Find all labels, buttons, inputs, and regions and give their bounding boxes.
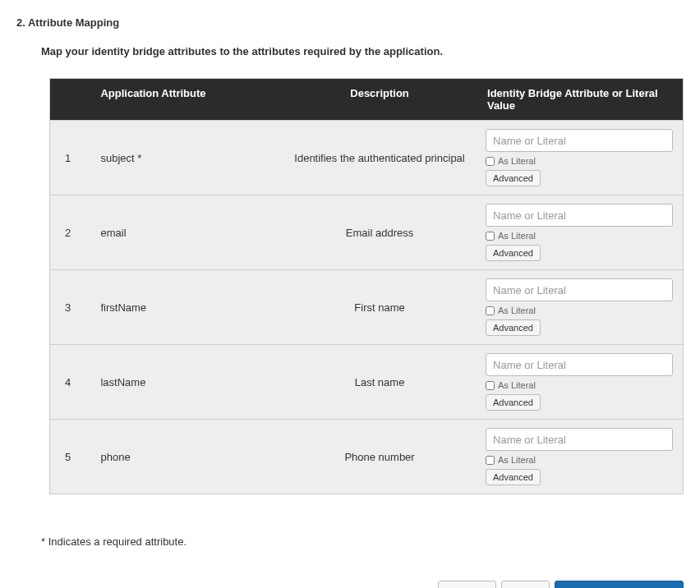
- row-description: First name: [279, 270, 481, 345]
- section-description: Map your identity bridge attributes to t…: [41, 45, 684, 57]
- advanced-button[interactable]: Advanced: [486, 245, 541, 261]
- footer-row: NEXT: PingOne App Customization - Echo36…: [16, 581, 684, 588]
- identity-bridge-input[interactable]: [486, 278, 673, 301]
- as-literal-label: As Literal: [498, 156, 536, 166]
- as-literal-label: As Literal: [498, 305, 536, 315]
- identity-bridge-input[interactable]: [486, 129, 673, 152]
- row-number: 1: [50, 121, 94, 195]
- table-row: 2 email Email address As Literal Advance…: [50, 195, 683, 270]
- back-button[interactable]: Back: [501, 581, 550, 588]
- table-row: 3 firstName First name As Literal Advanc…: [50, 270, 683, 345]
- col-header-app-attribute: Application Attribute: [94, 79, 279, 121]
- advanced-button[interactable]: Advanced: [486, 394, 541, 411]
- row-app-attribute: lastName: [94, 345, 279, 420]
- row-number: 2: [50, 195, 94, 270]
- as-literal-checkbox[interactable]: [486, 381, 495, 390]
- advanced-button[interactable]: Advanced: [486, 469, 541, 485]
- cancel-button[interactable]: Cancel: [438, 581, 495, 588]
- row-app-attribute: email: [94, 195, 279, 270]
- table-row: 5 phone Phone number As Literal Advanced: [50, 420, 683, 494]
- as-literal-label: As Literal: [498, 231, 536, 241]
- row-description: Last name: [279, 345, 481, 420]
- row-number: 3: [50, 270, 94, 345]
- identity-bridge-input[interactable]: [486, 353, 673, 376]
- row-app-attribute: phone: [94, 420, 279, 494]
- required-footnote: * Indicates a required attribute.: [41, 535, 684, 548]
- row-number: 5: [50, 420, 94, 494]
- row-app-attribute: firstName: [94, 270, 279, 345]
- table-row: 4 lastName Last name As Literal Advanced: [50, 345, 683, 420]
- section-title: 2. Attribute Mapping: [16, 16, 684, 29]
- as-literal-label: As Literal: [498, 380, 536, 390]
- col-header-number: [50, 79, 94, 121]
- row-description: Email address: [279, 195, 481, 270]
- row-description: Phone number: [279, 420, 481, 494]
- advanced-button[interactable]: Advanced: [486, 319, 541, 336]
- as-literal-checkbox[interactable]: [486, 232, 495, 241]
- identity-bridge-input[interactable]: [486, 204, 673, 227]
- row-number: 4: [50, 345, 94, 420]
- advanced-button[interactable]: Advanced: [486, 170, 541, 186]
- as-literal-checkbox[interactable]: [486, 306, 495, 315]
- table-row: 1 subject * Identifies the authenticated…: [50, 121, 683, 195]
- continue-button[interactable]: Continue to Next Step: [555, 581, 684, 588]
- identity-bridge-input[interactable]: [486, 428, 673, 451]
- as-literal-checkbox[interactable]: [486, 157, 495, 166]
- col-header-identity-bridge: Identity Bridge Attribute or Literal Val…: [481, 79, 683, 121]
- attribute-mapping-table: Application Attribute Description Identi…: [49, 78, 684, 494]
- as-literal-checkbox[interactable]: [486, 456, 495, 465]
- as-literal-label: As Literal: [498, 455, 536, 465]
- row-description: Identifies the authenticated principal: [279, 121, 481, 195]
- row-app-attribute: subject *: [94, 121, 279, 195]
- col-header-description: Description: [279, 79, 481, 121]
